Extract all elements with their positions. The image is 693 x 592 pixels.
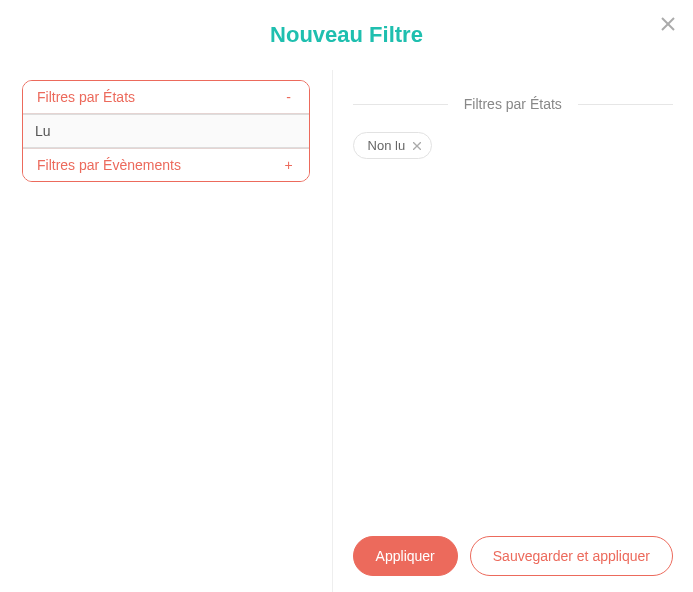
minus-icon: - xyxy=(283,89,295,105)
states-filter-input[interactable] xyxy=(23,114,309,148)
save-and-apply-button[interactable]: Sauvegarder et appliquer xyxy=(470,536,673,576)
apply-button[interactable]: Appliquer xyxy=(353,536,458,576)
section-label: Filtres par États xyxy=(448,96,578,112)
left-pane: Filtres par États - Filtres par Évènemen… xyxy=(0,70,333,592)
right-pane: Filtres par États Non lu Appliquer Sauve… xyxy=(333,70,693,592)
accordion-body-states xyxy=(23,113,309,148)
accordion-label-events: Filtres par Évènements xyxy=(37,157,181,173)
filter-accordion: Filtres par États - Filtres par Évènemen… xyxy=(22,80,310,182)
divider-right xyxy=(578,104,673,105)
chip-label: Non lu xyxy=(368,138,406,153)
close-icon[interactable] xyxy=(657,10,679,38)
main-content: Filtres par États - Filtres par Évènemen… xyxy=(0,70,693,592)
footer-actions: Appliquer Sauvegarder et appliquer xyxy=(353,536,673,582)
section-title-row: Filtres par États xyxy=(353,96,673,112)
accordion-label-states: Filtres par États xyxy=(37,89,135,105)
chip-non-lu[interactable]: Non lu xyxy=(353,132,433,159)
chip-remove-icon[interactable] xyxy=(413,139,421,153)
accordion-header-events[interactable]: Filtres par Évènements + xyxy=(23,148,309,181)
accordion-header-states[interactable]: Filtres par États - xyxy=(23,81,309,113)
chips-container: Non lu xyxy=(353,132,673,159)
divider-left xyxy=(353,104,448,105)
page-title: Nouveau Filtre xyxy=(0,0,693,70)
plus-icon: + xyxy=(283,157,295,173)
